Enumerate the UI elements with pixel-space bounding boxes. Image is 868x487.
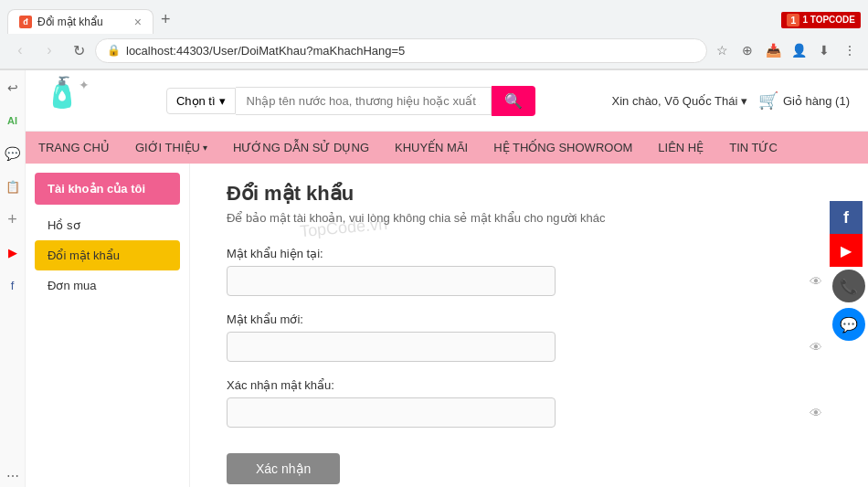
nav-item-trang-chu[interactable]: TRANG CHỦ (26, 132, 122, 164)
nav-action-2[interactable]: 📥 (762, 39, 784, 61)
tab-favicon: đ (19, 16, 32, 28)
site-header: 🧴 ✦ Chọn tì ▾ 🔍 Xin chào, Võ Quốc Thái ▾… (26, 70, 868, 132)
ai-icon[interactable]: AI (3, 111, 23, 131)
new-tab-btn[interactable]: + (153, 5, 178, 34)
download-btn[interactable]: ⬇ (813, 39, 835, 61)
form-area: TopCode.vn Đổi mật khẩu Để bảo mật tài k… (190, 164, 868, 487)
button-row: Xác nhận Quay về (227, 444, 831, 487)
bookmark-btn[interactable]: ☆ (711, 39, 733, 61)
logo-area: 🧴 ✦ (44, 78, 90, 123)
nav-action-1[interactable]: ⊕ (736, 39, 758, 61)
youtube-icon: ▶ (841, 242, 852, 259)
confirm-password-label: Xác nhận mật khẩu: (227, 378, 831, 392)
search-input[interactable] (236, 87, 492, 115)
lock-icon: 🔒 (107, 44, 121, 57)
header-right: Xin chào, Võ Quốc Thái ▾ 🛒 Giỏ hàng (1) (612, 90, 851, 111)
facebook-social-btn[interactable]: f (830, 201, 863, 234)
nav-item-khuyen-mai[interactable]: KHUYẾN MÃI (382, 132, 481, 164)
tab-close-btn[interactable]: × (134, 15, 142, 29)
nav-bar: TRANG CHỦ GIỚI THIỆU ▾ HƯỚNG DẪN SỬ DỤNG… (26, 132, 868, 164)
logo-icon: 🧴 ✦ (44, 78, 90, 123)
profile-btn[interactable]: 👤 (788, 39, 810, 61)
browser-chrome: đ Đổi mật khẩu × + 1 1 TOPCODE ‹ › ↻ 🔒 l… (0, 0, 868, 70)
facebook-icon[interactable]: f (3, 275, 23, 295)
search-button[interactable]: 🔍 (492, 86, 535, 116)
confirm-password-input[interactable] (227, 397, 556, 428)
address-bar[interactable]: 🔒 localhost:44303/User/DoiMatKhau?maKhac… (95, 38, 707, 63)
eye-icon-current[interactable]: 👁 (810, 274, 822, 289)
page-content: Tài khoản của tôi Hồ sơ Đổi mật khẩu Đơn… (26, 164, 868, 487)
nav-item-tin-tuc[interactable]: TIN TỨC (716, 132, 790, 164)
category-select[interactable]: Chọn tì ▾ (166, 88, 236, 114)
nav-item-huong-dan[interactable]: HƯỚNG DẪN SỬ DỤNG (220, 132, 382, 164)
form-title: Đổi mật khẩu (227, 182, 831, 206)
confirm-password-group: Xác nhận mật khẩu: 👁 (227, 378, 831, 428)
sidebar-item-doi-mat-khau[interactable]: Đổi mật khẩu (35, 240, 180, 270)
search-icon: 🔍 (504, 93, 523, 109)
facebook-icon: f (843, 208, 849, 228)
greeting-text: Xin chào, Võ Quốc Thái ▾ (612, 94, 747, 108)
browser-tabs: đ Đổi mật khẩu × + (7, 5, 178, 34)
content-sidebar: Tài khoản của tôi Hồ sơ Đổi mật khẩu Đơn… (26, 164, 190, 487)
youtube-social-btn[interactable]: ▶ (830, 234, 863, 267)
confirm-btn-row: Xác nhận (227, 453, 831, 484)
current-password-wrapper: 👁 (227, 266, 831, 296)
tab-title: Đổi mật khẩu (37, 16, 129, 28)
phone-icon: 📞 (840, 278, 858, 295)
browser-nav: ‹ › ↻ 🔒 localhost:44303/User/DoiMatKhau?… (0, 34, 868, 69)
right-social-sidebar: f ▶ 📞 💬 (830, 201, 868, 344)
nav-item-he-thong[interactable]: HỆ THỐNG SHOWROOM (481, 132, 645, 164)
chevron-down-icon: ▾ (203, 143, 207, 153)
new-password-group: Mật khẩu mới: 👁 (227, 312, 831, 362)
cart-icon: 🛒 (758, 90, 778, 111)
more-icon[interactable]: ⋯ (3, 466, 23, 486)
eye-icon-confirm[interactable]: 👁 (810, 406, 822, 420)
sidebar-item-ho-so[interactable]: Hồ sơ (35, 210, 180, 240)
cart-label: Giỏ hàng (1) (783, 94, 850, 108)
main-content: 🧴 ✦ Chọn tì ▾ 🔍 Xin chào, Võ Quốc Thái ▾… (26, 70, 868, 487)
add-icon[interactable]: + (3, 209, 23, 229)
forward-btn[interactable]: › (37, 37, 62, 63)
chevron-down-icon: ▾ (219, 94, 226, 108)
form-subtitle: Để bảo mật tài khoản, vui lòng không chi… (227, 211, 831, 225)
confirm-button[interactable]: Xác nhận (227, 453, 340, 484)
nav-item-gioi-thieu[interactable]: GIỚI THIỆU ▾ (122, 132, 220, 164)
new-password-wrapper: 👁 (227, 332, 831, 362)
clipboard-icon[interactable]: 📋 (3, 176, 23, 196)
search-area: Chọn tì ▾ 🔍 (166, 86, 535, 116)
messenger-social-btn[interactable]: 💬 (832, 308, 865, 341)
topcode-badge: 1 1 TOPCODE (781, 12, 861, 28)
nav-actions: ☆ ⊕ 📥 👤 ⬇ ⋮ (711, 39, 861, 61)
back-btn[interactable]: ‹ (7, 37, 33, 63)
menu-btn[interactable]: ⋮ (839, 39, 861, 61)
sidebar-header: Tài khoản của tôi (35, 173, 180, 205)
eye-icon-new[interactable]: 👁 (810, 340, 822, 355)
sidebar-item-don-mua[interactable]: Đơn mua (35, 270, 180, 301)
current-password-group: Mật khẩu hiện tại: 👁 (227, 247, 831, 296)
refresh-btn[interactable]: ↻ (66, 37, 91, 63)
new-password-label: Mật khẩu mới: (227, 312, 831, 326)
chat-icon[interactable]: 💬 (3, 143, 23, 164)
cart-button[interactable]: 🛒 Giỏ hàng (1) (758, 90, 850, 111)
youtube-icon[interactable]: ▶ (3, 242, 23, 262)
active-tab[interactable]: đ Đổi mật khẩu × (7, 9, 153, 34)
browser-titlebar: đ Đổi mật khẩu × + 1 1 TOPCODE (0, 0, 868, 34)
url-text: localhost:44303/User/DoiMatKhau?maKhachH… (126, 44, 695, 58)
current-password-label: Mật khẩu hiện tại: (227, 247, 831, 260)
messenger-icon: 💬 (840, 316, 858, 333)
confirm-password-wrapper: 👁 (227, 397, 831, 428)
nav-item-lien-he[interactable]: LIÊN HỆ (645, 132, 716, 164)
current-password-input[interactable] (227, 266, 556, 296)
history-icon[interactable]: ↩ (3, 78, 23, 98)
phone-social-btn[interactable]: 📞 (832, 270, 865, 302)
new-password-input[interactable] (227, 332, 556, 362)
browser-left-sidebar: ↩ AI 💬 📋 + ▶ f ⋯ (0, 70, 26, 487)
